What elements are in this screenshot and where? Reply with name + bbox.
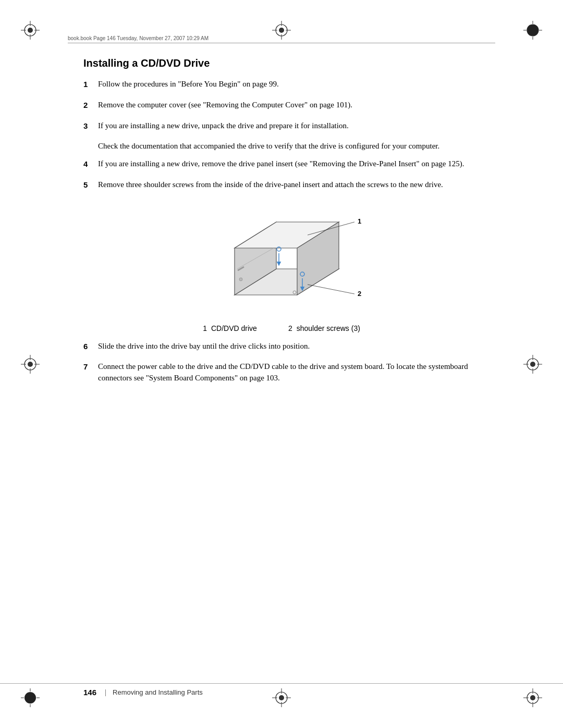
step-2: 2 Remove the computer cover (see "Removi… — [83, 100, 480, 114]
footer-section-text: Removing and Installing Parts — [113, 688, 203, 696]
step-body-7: Connect the power cable to the drive and… — [98, 361, 480, 387]
steps-list-2: 4 If you are installing a new drive, rem… — [83, 158, 480, 194]
step-num-1: 1 — [83, 79, 98, 93]
section-title: Installing a CD/DVD Drive — [83, 57, 480, 69]
step-7: 7 Connect the power cable to the drive a… — [83, 361, 480, 387]
step-num-4: 4 — [83, 158, 98, 173]
step-body-3: If you are installing a new drive, unpac… — [98, 120, 480, 135]
step-5: 5 Remove three shoulder screws from the … — [83, 179, 480, 194]
step-body-6: Slide the drive into the drive bay until… — [98, 341, 480, 355]
svg-line-61 — [308, 285, 354, 294]
callout-label-1: CD/DVD drive — [211, 324, 257, 332]
svg-text:1: 1 — [358, 217, 361, 225]
step-body-1: Follow the procedures in "Before You Beg… — [98, 79, 480, 93]
svg-text:2: 2 — [358, 290, 361, 298]
steps-list: 1 Follow the procedures in "Before You B… — [83, 79, 480, 134]
header-text: book.book Page 146 Tuesday, November 27,… — [68, 35, 495, 43]
step-num-3: 3 — [83, 120, 98, 135]
reg-mark-middle-left — [21, 355, 40, 374]
svg-point-24 — [279, 28, 284, 33]
callout-num-1: 1 — [203, 324, 207, 332]
steps-list-3: 6 Slide the drive into the drive bay unt… — [83, 341, 480, 387]
svg-point-7 — [527, 24, 538, 36]
page-footer: 146 | Removing and Installing Parts — [0, 683, 563, 697]
cd-drive-illustration: 1 2 — [182, 206, 381, 321]
step-1: 1 Follow the procedures in "Before You B… — [83, 79, 480, 93]
svg-point-53 — [239, 278, 242, 281]
reg-mark-top-right — [523, 21, 542, 40]
step-num-2: 2 — [83, 100, 98, 114]
reg-mark-top-left — [21, 21, 40, 40]
step-body-5: Remove three shoulder screws from the in… — [98, 179, 480, 194]
step-body-4: If you are installing a new drive, remov… — [98, 158, 480, 173]
svg-point-36 — [28, 362, 33, 367]
callout-label-2: shoulder screws (3) — [297, 324, 360, 332]
step-num-7: 7 — [83, 361, 98, 387]
step-num-6: 6 — [83, 341, 98, 355]
callout-item-2: 2 shoulder screws (3) — [288, 324, 360, 332]
footer-separator: | — [105, 688, 106, 697]
main-content: Installing a CD/DVD Drive 1 Follow the p… — [83, 57, 480, 665]
svg-point-1 — [28, 28, 33, 33]
callout-table: 1 CD/DVD drive 2 shoulder screws (3) — [203, 324, 360, 332]
reg-mark-middle-right — [523, 355, 542, 374]
step-body-2: Remove the computer cover (see "Removing… — [98, 100, 480, 114]
step-4: 4 If you are installing a new drive, rem… — [83, 158, 480, 173]
note-paragraph: Check the documentation that accompanied… — [98, 141, 480, 152]
footer-page-number: 146 — [83, 688, 96, 697]
illustration-container: 1 2 1 CD/DVD drive — [83, 206, 480, 332]
svg-point-42 — [530, 362, 535, 367]
step-num-5: 5 — [83, 179, 98, 194]
callout-num-2: 2 — [288, 324, 292, 332]
step-3: 3 If you are installing a new drive, unp… — [83, 120, 480, 135]
callout-item-1: 1 CD/DVD drive — [203, 324, 257, 332]
step-6: 6 Slide the drive into the drive bay unt… — [83, 341, 480, 355]
